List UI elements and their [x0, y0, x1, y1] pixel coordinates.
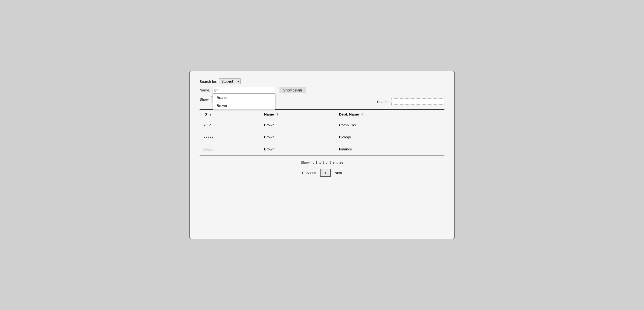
table-header-row: ID ▲ Name ⇕ Dept. Name ⇕ — [200, 110, 444, 119]
cell-name-3: Brown — [260, 143, 335, 155]
column-header-id[interactable]: ID ▲ — [200, 110, 260, 119]
previous-button[interactable]: Previous — [302, 171, 316, 175]
autocomplete-item[interactable]: Brown — [213, 102, 275, 110]
show-details-button[interactable]: Show details — [280, 87, 306, 93]
data-table: ID ▲ Name ⇕ Dept. Name ⇕ 76543 Brown Com… — [200, 109, 444, 155]
name-input[interactable] — [212, 87, 275, 93]
cell-id-1: 76543 — [200, 119, 260, 131]
search-input[interactable] — [392, 98, 444, 105]
autocomplete-dropdown: Brandt Brown — [212, 93, 275, 110]
sort-arrow-id: ▲ — [209, 113, 212, 116]
column-id-label: ID — [204, 112, 207, 116]
column-header-dept-name[interactable]: Dept. Name ⇕ — [335, 110, 444, 119]
showing-text: Showing 1 to 3 of 3 entries — [200, 160, 444, 164]
search-for-select[interactable]: Student Instructor Course — [219, 78, 240, 84]
cell-dept-2: Biology — [335, 131, 444, 143]
name-input-wrapper: Brandt Brown — [212, 87, 275, 93]
show-label: Show — [200, 97, 209, 101]
table-row: 77777 Brown Biology — [200, 131, 444, 143]
cell-name-2: Brown — [260, 131, 335, 143]
pagination: Previous 1 Next — [200, 169, 444, 177]
column-dept-label: Dept. Name — [339, 112, 359, 116]
column-name-label: Name — [264, 112, 274, 116]
page-1-button[interactable]: 1 — [320, 169, 331, 177]
cell-id-3: 88888 — [200, 143, 260, 155]
next-button[interactable]: Next — [334, 171, 342, 175]
cell-id-2: 77777 — [200, 131, 260, 143]
sort-arrow-name: ⇕ — [276, 113, 278, 116]
search-label: Search: — [377, 100, 390, 104]
name-row: Name: Brandt Brown Show details — [200, 87, 444, 93]
cell-name-1: Brown — [260, 119, 335, 131]
column-header-name[interactable]: Name ⇕ — [260, 110, 335, 119]
cell-dept-1: Comp. Sci. — [335, 119, 444, 131]
search-right: Search: — [377, 98, 444, 105]
autocomplete-item[interactable]: Brandt — [213, 94, 275, 102]
cell-dept-3: Finance — [335, 143, 444, 155]
search-for-label: Search for: — [200, 79, 217, 84]
name-label: Name: — [200, 87, 210, 92]
sort-arrow-dept: ⇕ — [361, 113, 363, 116]
table-row: 88888 Brown Finance — [200, 143, 444, 155]
search-for-row: Search for: Student Instructor Course — [200, 78, 444, 84]
table-body: 76543 Brown Comp. Sci. 77777 Brown Biolo… — [200, 119, 444, 155]
table-row: 76543 Brown Comp. Sci. — [200, 119, 444, 131]
main-container: Search for: Student Instructor Course Na… — [190, 71, 454, 239]
